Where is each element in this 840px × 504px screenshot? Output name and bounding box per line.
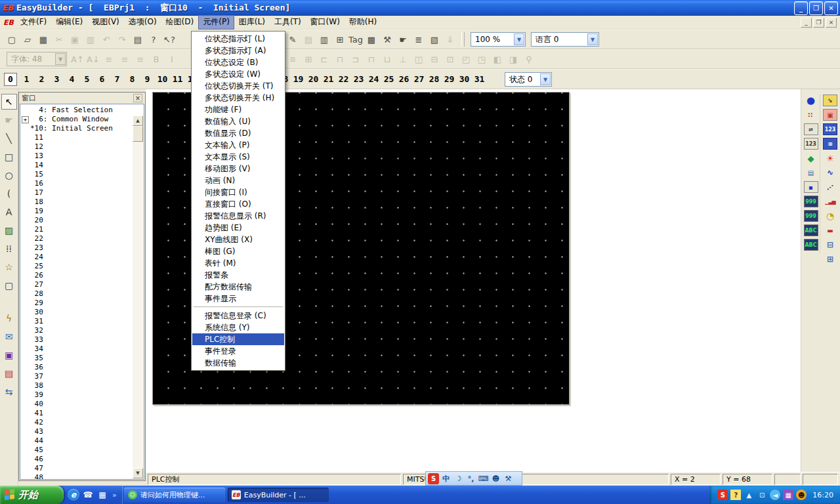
menu-item[interactable]: 图库(L) <box>234 15 270 30</box>
push-button-icon[interactable]: ▪ <box>804 181 818 193</box>
close-panel-button[interactable]: × <box>133 94 142 102</box>
align-center-icon[interactable]: ⊓ <box>332 52 348 66</box>
copy-icon[interactable]: ▣ <box>67 32 83 47</box>
window-list-item[interactable]: 45 <box>22 446 132 455</box>
dropdown-menu-item[interactable]: 报警条 <box>192 269 284 281</box>
state-number[interactable]: 31 <box>472 74 487 84</box>
direct-window-icon[interactable]: ⊞ <box>823 138 837 150</box>
window-list-item[interactable]: 33 <box>22 335 132 345</box>
input-mode-icon[interactable]: 中 <box>440 473 452 484</box>
messenger-quicklaunch-icon[interactable]: ☎ <box>82 489 94 501</box>
redo-icon[interactable]: ↷ <box>114 32 130 47</box>
align-bottom-icon[interactable]: ⊥ <box>395 52 411 66</box>
dropdown-menu-item[interactable]: PLC控制 <box>192 333 284 345</box>
chevron-down-icon[interactable]: ▼ <box>587 33 598 45</box>
tag-icon[interactable]: Tag <box>348 32 364 47</box>
dropdown-menu-item[interactable]: 配方数据传输 <box>192 281 284 293</box>
mail-edit-icon[interactable]: ✉ <box>1 329 17 345</box>
dropdown-menu-item[interactable]: 趋势图 (E) <box>192 222 284 234</box>
window-list-item[interactable]: 43 <box>22 427 132 436</box>
window-list-item[interactable]: 16 <box>22 179 132 188</box>
soft-keyboard-icon[interactable]: ⌨ <box>478 473 489 484</box>
dropdown-menu-item[interactable]: 位状态设定 (B) <box>192 56 284 68</box>
start-button[interactable]: 开始 <box>0 486 64 504</box>
align-middle-icon[interactable]: ⊔ <box>379 52 395 66</box>
chevron-down-icon[interactable]: ▼ <box>540 74 551 85</box>
window-list-item[interactable]: 4: Fast Selection <box>22 106 132 115</box>
scrollbar[interactable]: ▲ ▼ <box>133 116 143 478</box>
star-tool[interactable]: ☆ <box>1 259 17 275</box>
align-right-icon[interactable]: ⊐ <box>348 52 364 66</box>
dropdown-menu-item[interactable]: 多状态指示灯 (A) <box>192 45 284 56</box>
same-height-icon[interactable]: ⊟ <box>427 52 442 66</box>
fullwidth-icon[interactable]: ☽ <box>453 473 464 484</box>
pick-tool[interactable]: ☛ <box>1 112 17 128</box>
state-number[interactable]: 7 <box>110 74 125 84</box>
dropdown-menu-item[interactable]: 数值输入 (U) <box>192 116 284 127</box>
state-number[interactable]: 9 <box>140 74 155 84</box>
download-icon[interactable]: ⇓ <box>442 32 458 47</box>
usb-tray-icon[interactable]: ▲ <box>744 490 754 500</box>
dropdown-menu-item[interactable]: 动画 (N) <box>192 175 284 186</box>
menu-item[interactable]: 视图(V) <box>87 15 124 30</box>
scroll-up-icon[interactable]: ▲ <box>133 116 143 126</box>
context-help-icon[interactable]: ↖? <box>161 32 177 47</box>
text-tool[interactable]: A <box>1 204 17 220</box>
scrollbar-thumb[interactable] <box>133 126 143 142</box>
sogou-tray-icon[interactable]: S <box>717 490 728 500</box>
bring-front-icon[interactable]: ◰ <box>458 52 474 66</box>
task-qq-chat[interactable]: ☺请问如何用物理键... <box>124 488 225 502</box>
window-list-item[interactable]: 22 <box>22 234 132 243</box>
paste-icon[interactable]: ▥ <box>83 32 98 47</box>
sogou-icon[interactable]: S <box>428 473 439 484</box>
window-list-item[interactable]: 42 <box>22 418 132 427</box>
zoom-select[interactable]: 100 %▼ <box>471 32 526 47</box>
window-list-icon[interactable]: ▤ <box>1 366 17 381</box>
window-list-item[interactable]: 40 <box>22 400 132 409</box>
numeric-input-icon[interactable]: 999 <box>804 196 818 207</box>
window-list-item[interactable]: 19 <box>22 207 132 216</box>
window-list-item[interactable]: 41 <box>22 409 132 418</box>
scroll-down-icon[interactable]: ▼ <box>133 468 143 478</box>
state-number[interactable]: 11 <box>170 74 185 84</box>
save-icon[interactable]: ▦ <box>35 32 51 47</box>
alarm-display-icon[interactable]: ☀ <box>823 152 837 164</box>
dropdown-menu-item[interactable]: XY曲线图 (X) <box>192 234 284 245</box>
dropdown-menu-item[interactable]: 直接窗口 (O) <box>192 198 284 210</box>
state-number[interactable]: 1 <box>19 74 34 84</box>
window-list-item[interactable]: 13 <box>22 152 132 161</box>
align-top-icon[interactable]: ⊓ <box>364 52 379 66</box>
event-display-icon[interactable]: ⊞ <box>823 253 837 265</box>
same-size-icon[interactable]: ⊡ <box>442 52 458 66</box>
help-tray-icon[interactable]: ? <box>730 490 741 500</box>
state-number[interactable]: 0 <box>4 73 17 86</box>
state-number[interactable]: 20 <box>306 74 321 84</box>
text-display-icon[interactable]: ABC <box>804 239 818 251</box>
state-number[interactable]: 25 <box>381 74 396 84</box>
function-key-icon[interactable]: ◆ <box>804 152 818 164</box>
state-number[interactable]: 21 <box>321 74 336 84</box>
window-list-item[interactable]: 48 <box>22 473 132 480</box>
help-icon[interactable]: ? <box>146 32 161 47</box>
new-file-icon[interactable]: ▢ <box>4 32 20 47</box>
numeric-display-icon[interactable]: 999 <box>804 210 818 222</box>
window-list-item[interactable]: 31 <box>22 317 132 326</box>
arc-tool[interactable]: ( <box>1 186 17 201</box>
text-input-icon[interactable]: ABC <box>804 224 818 236</box>
text-align-left-icon[interactable]: ≡ <box>101 52 117 66</box>
window-list-item[interactable]: 17 <box>22 188 132 198</box>
menu-item[interactable]: 文件(F) <box>16 15 51 30</box>
state-select[interactable]: 状态 0▼ <box>505 72 552 87</box>
chevron-down-icon[interactable]: ▼ <box>514 33 524 45</box>
nettool-tray-icon[interactable]: ▦ <box>783 490 793 500</box>
state-number[interactable]: 23 <box>351 74 366 84</box>
window-list-item[interactable]: 11 <box>22 133 132 142</box>
import-export-icon[interactable]: ⇆ <box>1 384 17 400</box>
task-easybuilder[interactable]: EBEasyBuilder - [ ... <box>228 488 329 502</box>
meter-icon[interactable]: ◔ <box>823 210 837 222</box>
menu-item[interactable]: 编辑(E) <box>51 15 87 30</box>
word-lamp-icon[interactable]: ∷ <box>804 109 818 121</box>
window-list-item[interactable]: 27 <box>22 280 132 289</box>
window-list-item[interactable]: 39 <box>22 390 132 400</box>
dropdown-menu-item[interactable] <box>192 304 284 310</box>
